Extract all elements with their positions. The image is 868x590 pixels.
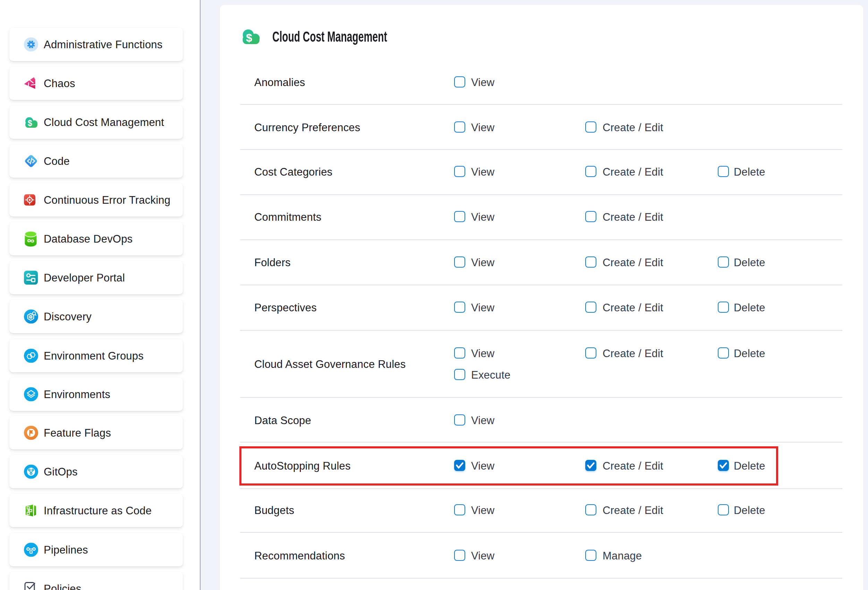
svg-text:$: $: [246, 32, 252, 44]
svg-text:$: $: [28, 119, 32, 128]
